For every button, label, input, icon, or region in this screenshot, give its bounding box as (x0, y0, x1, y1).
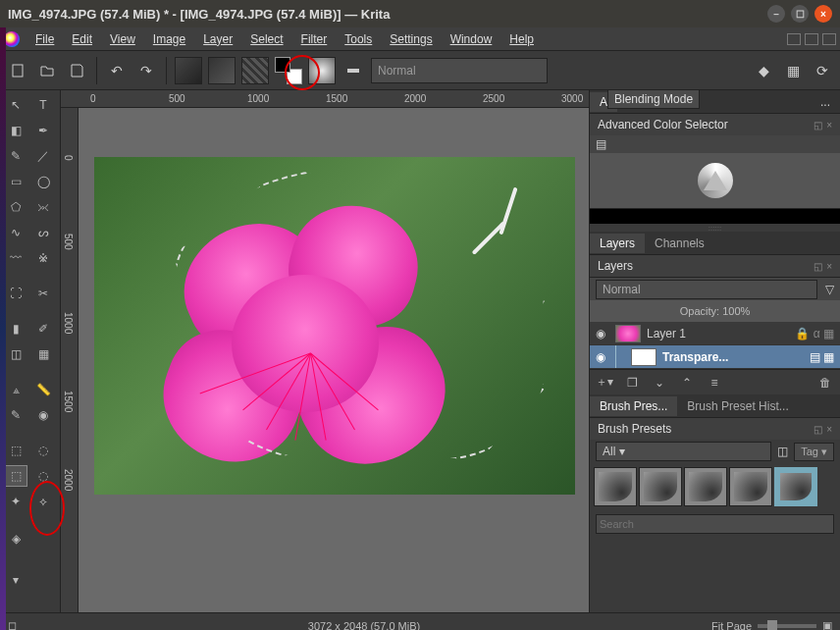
move-layer-down-button[interactable]: ⌄ (651, 374, 668, 392)
layer-row-1[interactable]: ◉ Layer 1 🔒 α ▦ (590, 322, 840, 345)
line-tool[interactable]: ／ (31, 145, 55, 167)
layer-opacity-slider[interactable]: Opacity: 100% (590, 300, 840, 322)
zoom-slider[interactable] (758, 624, 816, 628)
color-selector-slider[interactable] (590, 208, 840, 224)
color-picker-tool[interactable]: ✐ (31, 318, 55, 340)
brush-preset-item[interactable] (639, 467, 682, 506)
panel-float-icon[interactable]: ◱ (814, 261, 822, 272)
fill-tool[interactable]: ▮ (4, 318, 27, 340)
brush-tag-button[interactable]: Tag ▾ (794, 443, 834, 461)
layer-blend-select[interactable]: Normal (596, 280, 817, 299)
subwindow-min-icon[interactable] (787, 33, 801, 45)
zoom-tool[interactable]: ◈ (4, 528, 27, 550)
brush-settings-button[interactable] (341, 59, 365, 82)
tab-layers[interactable]: Layers (590, 234, 645, 253)
measure-tool[interactable]: 📏 (31, 379, 55, 400)
polyline-tool[interactable]: ⩙ (31, 196, 55, 218)
layer-properties-button[interactable]: ≡ (706, 374, 723, 392)
tab-channels[interactable]: Channels (645, 234, 714, 253)
freehand-select-tool[interactable]: ◌ (31, 465, 55, 487)
tab-brush-presets[interactable]: Brush Pres... (590, 396, 677, 416)
toolbox-config[interactable]: ▾ (4, 569, 27, 591)
menu-image[interactable]: Image (145, 30, 193, 48)
gradient-swatch-1[interactable] (175, 57, 202, 84)
move-layer-up-button[interactable]: ⌃ (678, 374, 696, 392)
blend-mode-select[interactable]: Normal (371, 58, 548, 83)
contiguous-select-tool[interactable]: ⬚ (4, 465, 27, 487)
subwindow-max-icon[interactable] (805, 33, 818, 45)
zoom-canvas-icon[interactable]: ▣ (822, 619, 832, 630)
reference-tool[interactable]: ✎ (4, 404, 27, 426)
dynamic-brush-tool[interactable]: 〰 (4, 247, 27, 269)
color-selector-menu-icon[interactable]: ▤ (596, 137, 606, 151)
undo-button[interactable]: ↶ (105, 59, 129, 82)
layer-visibility-icon[interactable]: ◉ (596, 327, 609, 341)
panel-close-icon[interactable]: × (826, 424, 832, 435)
delete-layer-button[interactable]: 🗑 (816, 374, 834, 392)
menu-layer[interactable]: Layer (195, 30, 240, 48)
window-minimize-button[interactable]: – (767, 5, 785, 23)
multibrush-tool[interactable]: ※ (31, 247, 55, 269)
crop-tool[interactable]: ✂ (31, 283, 55, 304)
menu-view[interactable]: View (102, 30, 143, 48)
menu-edit[interactable]: Edit (64, 30, 100, 48)
menu-select[interactable]: Select (242, 30, 290, 48)
pattern-swatch[interactable] (241, 57, 269, 84)
ellipse-select-tool[interactable]: ◌ (31, 440, 55, 461)
pencil-tool[interactable]: ✎ (4, 145, 27, 167)
brush-preset-item[interactable] (729, 467, 772, 506)
canvas-viewport[interactable]: 0 500 1000 1500 2000 (61, 108, 589, 612)
layer-visibility-icon[interactable]: ◉ (596, 350, 609, 364)
menu-tools[interactable]: Tools (337, 30, 380, 48)
layer-lock-icon[interactable]: 🔒 α ▦ (795, 327, 834, 341)
redo-button[interactable]: ↷ (134, 59, 158, 82)
pattern-tool[interactable]: ▦ (31, 343, 55, 365)
layer-props-icon[interactable]: ▤ ▦ (810, 350, 834, 364)
window-close-button[interactable]: × (814, 5, 832, 23)
brush-preset-item[interactable] (594, 467, 637, 506)
brush-search-input[interactable] (596, 514, 834, 534)
brush-preview[interactable] (308, 57, 336, 84)
fg-bg-color-swatch[interactable] (275, 57, 302, 84)
menu-file[interactable]: File (27, 30, 62, 48)
panel-grip[interactable]: :::::: (590, 224, 840, 232)
gradient-swatch-2[interactable] (208, 57, 236, 84)
similar-color-select-tool[interactable]: ✦ (4, 491, 27, 512)
menu-help[interactable]: Help (501, 30, 542, 48)
subwindow-close-icon[interactable] (822, 33, 836, 45)
canvas[interactable] (94, 157, 575, 495)
text-tool[interactable]: T (31, 94, 55, 116)
zoom-fit-label[interactable]: Fit Page (711, 620, 752, 631)
alpha-lock-button[interactable]: ▦ (781, 59, 805, 82)
layer-filter-icon[interactable]: ▽ (825, 283, 834, 296)
menu-filter[interactable]: Filter (293, 30, 336, 48)
brush-preset-item[interactable] (684, 467, 727, 506)
window-maximize-button[interactable]: ☐ (791, 5, 809, 23)
brush-view-icon[interactable]: ◫ (777, 445, 788, 458)
calligraphy-tool[interactable]: ✒ (31, 120, 55, 141)
polygon-tool[interactable]: ⬠ (4, 196, 27, 218)
panel-float-icon[interactable]: ◱ (814, 424, 822, 435)
panel-close-icon[interactable]: × (826, 261, 832, 272)
panel-close-icon[interactable]: × (826, 120, 832, 131)
tab-overflow[interactable]: ... (811, 92, 840, 112)
smart-patch-tool[interactable]: ◉ (31, 404, 55, 426)
menu-window[interactable]: Window (443, 30, 500, 48)
save-file-button[interactable] (65, 59, 88, 82)
eraser-toggle-button[interactable]: ◆ (752, 59, 775, 82)
menu-settings[interactable]: Settings (382, 30, 440, 48)
gradient-tool[interactable]: ◫ (4, 343, 27, 365)
tab-brush-history[interactable]: Brush Preset Hist... (677, 396, 798, 416)
brush-tag-filter[interactable]: All ▾ (596, 442, 771, 461)
transform-tool[interactable]: ⛶ (4, 283, 27, 304)
bezier-tool[interactable]: ∿ (4, 222, 27, 243)
assistant-tool[interactable]: ⟁ (4, 379, 27, 400)
new-file-button[interactable] (6, 59, 29, 82)
panel-float-icon[interactable]: ◱ (814, 120, 822, 131)
layer-row-2[interactable]: ◉ Transpare... ▤ ▦ (590, 345, 840, 369)
color-selector-wheel[interactable] (590, 153, 840, 208)
rect-tool[interactable]: ▭ (4, 171, 27, 192)
open-file-button[interactable] (35, 59, 59, 82)
freehand-path-tool[interactable]: ᔕ (31, 222, 55, 243)
reload-preset-button[interactable]: ⟳ (811, 59, 834, 82)
